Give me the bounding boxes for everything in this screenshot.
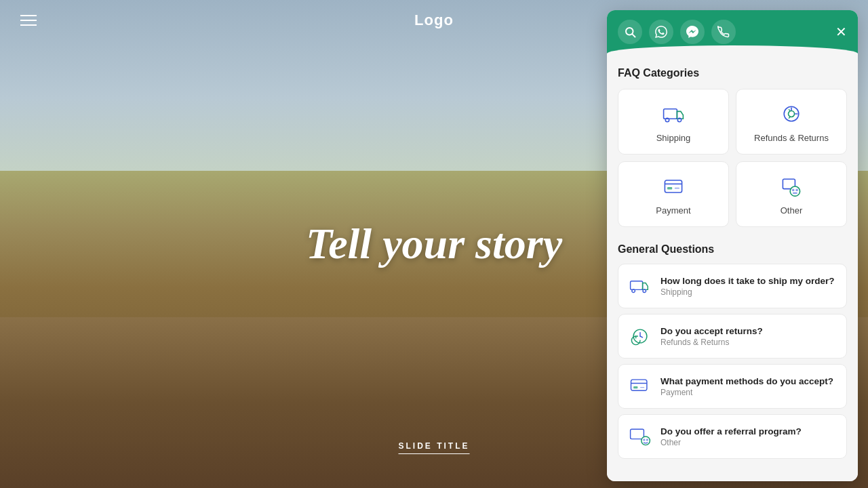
svg-rect-23: [633, 386, 637, 388]
question-category-1: Shipping: [660, 287, 835, 297]
other-icon: [778, 173, 805, 200]
question-referral-icon: [628, 424, 652, 449]
question-returns-icon: [628, 324, 652, 348]
hamburger-line-2: [20, 20, 37, 21]
question-text-3: What payment methods do you accept?: [660, 376, 833, 386]
question-text-1: How long does it take to ship my order?: [660, 276, 835, 286]
panel-content: FAQ Categories Shipping: [607, 54, 858, 481]
panel-icons: [618, 20, 736, 44]
shipping-label: Shipping: [656, 133, 691, 143]
faq-panel: ✕ FAQ Categories Shipping: [607, 10, 858, 481]
svg-point-12: [792, 189, 795, 192]
svg-point-26: [642, 436, 650, 445]
svg-point-16: [632, 289, 635, 293]
question-text-group-2: Do you accept returns? Refunds & Returns: [660, 326, 763, 347]
svg-line-1: [632, 34, 635, 37]
category-shipping[interactable]: Shipping: [618, 89, 729, 155]
whatsapp-icon-button[interactable]: [649, 20, 673, 44]
question-category-3: Payment: [660, 388, 833, 397]
category-other[interactable]: Other: [736, 161, 847, 227]
svg-point-11: [790, 186, 800, 196]
question-shipping-icon: [628, 274, 652, 298]
svg-rect-8: [667, 187, 672, 190]
other-label: Other: [781, 205, 803, 216]
hamburger-line-1: [20, 15, 37, 16]
svg-rect-6: [665, 180, 682, 192]
hamburger-button[interactable]: [20, 15, 37, 26]
faq-categories-title: FAQ Categories: [618, 67, 847, 79]
phone-icon-button[interactable]: [711, 20, 736, 44]
phone-icon: [717, 26, 730, 38]
question-text-2: Do you accept returns?: [660, 326, 763, 336]
question-text-4: Do you offer a referral program?: [660, 426, 802, 436]
svg-rect-9: [675, 188, 679, 189]
payment-label: Payment: [656, 205, 690, 216]
svg-rect-25: [631, 429, 644, 439]
question-category-2: Refunds & Returns: [660, 338, 763, 347]
search-icon-button[interactable]: [618, 20, 642, 44]
slide-title: SLIDE TITLE: [399, 441, 470, 454]
faq-categories-grid: Shipping Refunds & Returns: [618, 89, 847, 227]
question-item-referral[interactable]: Do you offer a referral program? Other: [618, 414, 847, 459]
category-payment[interactable]: Payment: [618, 161, 729, 227]
payment-icon: [660, 173, 687, 200]
svg-rect-24: [640, 387, 644, 388]
question-item-payment[interactable]: What payment methods do you accept? Paym…: [618, 364, 847, 409]
refunds-label: Refunds & Returns: [754, 133, 829, 143]
close-button[interactable]: ✕: [835, 25, 847, 39]
general-questions-title: General Questions: [618, 243, 847, 256]
svg-point-27: [643, 439, 645, 441]
question-payment-icon: [628, 374, 652, 399]
question-category-4: Other: [660, 438, 802, 447]
svg-line-20: [640, 336, 643, 338]
slide-title-area: SLIDE TITLE: [399, 441, 470, 454]
question-text-group-4: Do you offer a referral program? Other: [660, 426, 802, 447]
messenger-icon-button[interactable]: [680, 20, 705, 44]
svg-point-28: [646, 439, 648, 441]
site-logo: Logo: [414, 12, 454, 29]
svg-rect-15: [631, 281, 643, 290]
question-item-returns[interactable]: Do you accept returns? Refunds & Returns: [618, 314, 847, 359]
question-item-shipping[interactable]: How long does it take to ship my order? …: [618, 264, 847, 308]
search-icon: [624, 26, 636, 38]
svg-rect-21: [631, 380, 647, 390]
svg-point-13: [795, 189, 798, 192]
whatsapp-icon: [655, 26, 667, 38]
refunds-icon: [778, 100, 805, 127]
svg-rect-2: [664, 109, 677, 119]
shipping-icon: [660, 100, 687, 127]
question-text-group-3: What payment methods do you accept? Paym…: [660, 376, 833, 397]
question-text-group-1: How long does it take to ship my order? …: [660, 276, 835, 297]
svg-point-17: [643, 289, 646, 293]
messenger-icon: [686, 26, 698, 38]
panel-header: ✕: [607, 10, 858, 54]
category-refunds[interactable]: Refunds & Returns: [736, 89, 847, 155]
hamburger-line-3: [20, 24, 37, 26]
